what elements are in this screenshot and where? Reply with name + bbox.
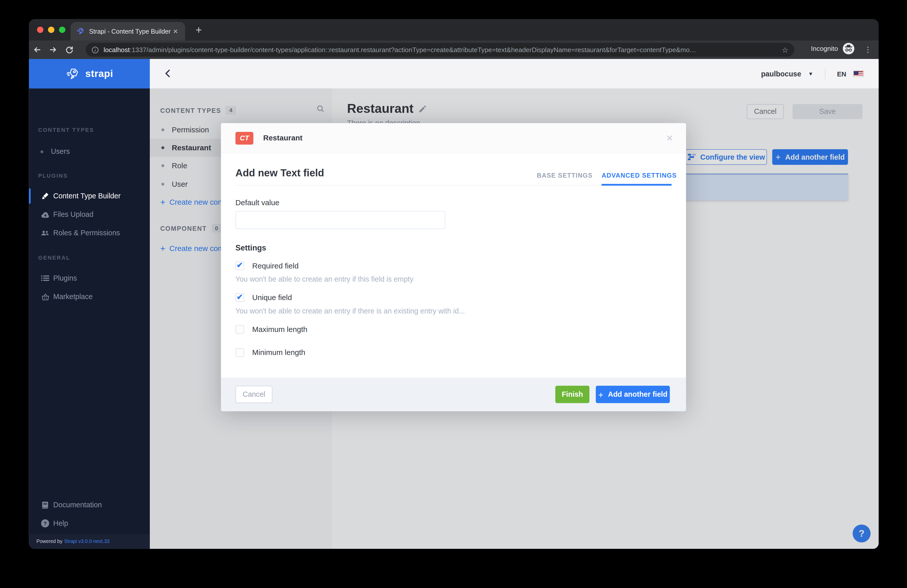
book-icon	[37, 501, 53, 509]
add-field-label: Add another field	[608, 390, 667, 399]
locale-label[interactable]: EN	[837, 70, 846, 77]
checkbox-description: You won't be able to create an entry if …	[236, 275, 413, 284]
chevron-down-icon[interactable]: ▼	[808, 71, 813, 77]
browser-tabstrip: Strapi - Content Type Builder ✕ +	[29, 19, 879, 40]
sidebar-item-documentation[interactable]: Documentation	[29, 496, 150, 514]
maximize-window-icon[interactable]	[59, 27, 65, 33]
checkbox-label: Required field	[252, 261, 299, 270]
minimize-window-icon[interactable]	[48, 27, 54, 33]
checkbox-icon[interactable]	[236, 261, 244, 270]
checkbox-label: Minimum length	[252, 348, 306, 357]
sidebar-item-plugins[interactable]: Plugins	[29, 269, 150, 287]
powered-by: Powered by Strapi v3.0.0-next.33	[29, 534, 150, 549]
browser-tab[interactable]: Strapi - Content Type Builder ✕	[71, 22, 185, 40]
back-chevron-icon[interactable]	[162, 67, 173, 82]
question-circle-icon: ?	[37, 519, 53, 527]
strapi-favicon-icon	[77, 27, 85, 35]
new-tab-icon[interactable]: +	[196, 22, 202, 37]
main-content: CONTENT TYPES 4 Permission Restaurant	[150, 88, 879, 549]
logo-text: strapi	[85, 68, 113, 80]
checkbox-description: You won't be able to create an entry if …	[236, 307, 465, 315]
sidebar-item-roles-permissions[interactable]: Roles & Permissions	[29, 224, 150, 242]
checkbox-icon[interactable]	[236, 325, 244, 334]
tab-title: Strapi - Content Type Builder	[89, 28, 171, 35]
sidebar-item-label: Users	[51, 147, 70, 155]
user-zone: paulbocuse ▼ EN	[761, 59, 864, 88]
site-info-icon[interactable]	[91, 46, 99, 54]
url-bar[interactable]: localhost :1337/admin/plugins/content-ty…	[85, 43, 794, 57]
required-field-row[interactable]: Required field	[236, 261, 299, 270]
incognito-icon	[843, 43, 854, 54]
checkbox-label: Unique field	[252, 293, 292, 302]
forward-icon[interactable]	[45, 45, 61, 54]
sidebar-item-users[interactable]: Users	[29, 143, 150, 160]
plus-icon: +	[598, 389, 603, 399]
strapi-rocket-icon	[66, 67, 80, 81]
strapi-logo[interactable]: strapi	[29, 59, 150, 88]
divider	[825, 69, 825, 79]
content-type-badge: CT	[236, 131, 253, 144]
cloud-upload-icon	[37, 211, 53, 218]
url-path: :1337/admin/plugins/content-type-builder…	[130, 46, 777, 53]
maximum-length-row[interactable]: Maximum length	[236, 325, 307, 334]
sidebar-item-files-upload[interactable]: Files Upload	[29, 206, 150, 223]
section-content-types: CONTENT TYPES	[38, 127, 94, 133]
sidebar-item-label: Content Type Builder	[53, 192, 120, 200]
unique-field-row[interactable]: Unique field	[236, 293, 292, 302]
svg-text:?: ?	[43, 521, 47, 526]
basket-icon	[37, 293, 53, 301]
url-host: localhost	[104, 46, 130, 53]
sidebar-item-label: Files Upload	[53, 210, 93, 219]
modal-entity-name: Restaurant	[263, 134, 303, 142]
users-group-icon	[37, 229, 53, 236]
browser-menu-icon[interactable]: ⋮	[864, 43, 872, 57]
add-field-modal: CT Restaurant ✕ Add new Text field BASE …	[221, 123, 686, 411]
tab-base-settings[interactable]: BASE SETTINGS	[537, 172, 593, 179]
username[interactable]: paulbocuse	[761, 70, 801, 78]
list-icon	[37, 275, 53, 282]
modal-footer: Cancel Finish + Add another field	[221, 378, 686, 412]
default-value-label: Default value	[236, 199, 279, 207]
modal-add-another-field-button[interactable]: + Add another field	[596, 386, 670, 403]
powered-by-prefix: Powered by	[37, 538, 62, 544]
checkbox-label: Maximum length	[252, 325, 308, 334]
finish-button[interactable]: Finish	[555, 386, 590, 403]
paintbrush-icon	[37, 192, 53, 200]
us-flag-icon[interactable]	[853, 70, 864, 77]
incognito-label: Incognito	[811, 45, 838, 52]
modal-header: CT Restaurant ✕	[221, 123, 686, 153]
close-icon[interactable]: ✕	[666, 133, 673, 143]
checkbox-icon[interactable]	[236, 293, 244, 302]
section-general: GENERAL	[38, 255, 71, 261]
bookmark-star-icon[interactable]: ☆	[782, 45, 788, 54]
sidebar-item-help[interactable]: ? Help	[29, 514, 150, 532]
browser-window: Strapi - Content Type Builder ✕ + localh…	[29, 19, 879, 549]
default-value-input[interactable]	[236, 211, 445, 229]
incognito-indicator: Incognito	[811, 43, 854, 54]
bullet-icon	[40, 150, 43, 153]
sidebar-item-label: Plugins	[53, 274, 77, 282]
active-indicator	[29, 189, 30, 203]
reload-icon[interactable]	[61, 45, 77, 54]
modal-title: Add new Text field	[236, 167, 324, 179]
sidebar-item-label: Documentation	[53, 501, 102, 509]
strapi-admin: strapi CONTENT TYPES Users PLUGINS Conte…	[29, 59, 879, 549]
active-tab-underline	[601, 184, 671, 186]
minimum-length-row[interactable]: Minimum length	[236, 348, 305, 357]
admin-header: paulbocuse ▼ EN	[150, 59, 879, 88]
close-window-icon[interactable]	[37, 27, 43, 33]
modal-cancel-button[interactable]: Cancel	[236, 386, 272, 403]
sidebar-item-content-type-builder[interactable]: Content Type Builder	[29, 187, 150, 205]
back-icon[interactable]	[29, 45, 45, 54]
sidebar-item-label: Marketplace	[53, 293, 93, 301]
sidebar-item-marketplace[interactable]: Marketplace	[29, 288, 150, 305]
checkbox-icon[interactable]	[236, 348, 244, 357]
sidebar-item-label: Roles & Permissions	[53, 229, 120, 237]
tab-close-icon[interactable]: ✕	[171, 27, 179, 35]
sidebar-item-label: Help	[53, 519, 68, 527]
version-link[interactable]: Strapi v3.0.0-next.33	[64, 538, 109, 544]
section-plugins: PLUGINS	[38, 172, 68, 179]
footer-actions: Finish + Add another field	[555, 386, 670, 403]
tab-advanced-settings[interactable]: ADVANCED SETTINGS	[601, 172, 677, 179]
screen: Strapi - Content Type Builder ✕ + localh…	[0, 0, 907, 588]
